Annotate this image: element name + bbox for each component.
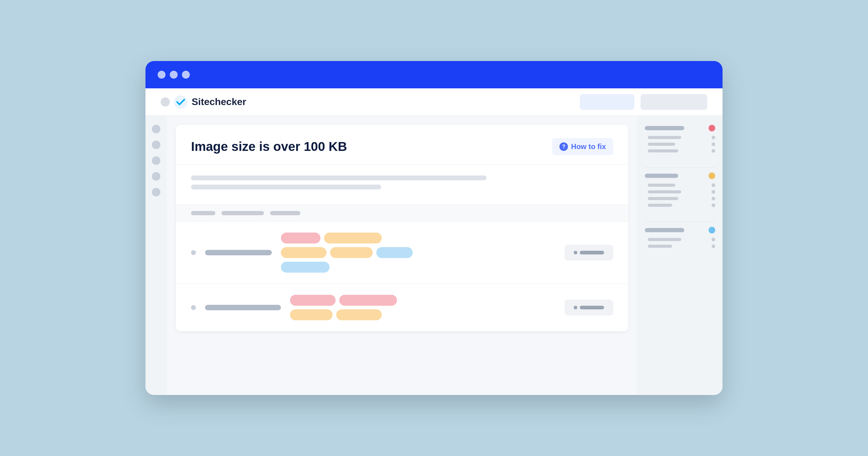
sidebar-sub-row-1-3: [648, 149, 715, 153]
sidebar-bar-s1-1: [645, 126, 684, 130]
tags-row-2b: [290, 310, 556, 320]
row-action-btn-1[interactable]: [565, 245, 613, 260]
sidebar-sub-row-2-1: [648, 183, 715, 187]
sub-dot-1-1: [712, 136, 715, 139]
sidebar-sub-row-2-4: [648, 203, 715, 207]
tag-pink-2a: [290, 295, 336, 306]
sidebar-bar-s3-1: [645, 228, 684, 232]
sidebar-sub-bar-3-2: [648, 245, 672, 248]
sidebar-bar-s2-1: [645, 174, 678, 178]
content-area: Image size is over 100 KB ? How to fix: [146, 116, 722, 395]
issue-header: Image size is over 100 KB ? How to fix: [176, 125, 628, 165]
nav-bar: Sitechecker: [146, 88, 722, 116]
action-btn-bar-1: [580, 251, 604, 254]
tag-pink-1: [281, 233, 320, 243]
sidebar-sub-bar-1-1: [648, 136, 681, 139]
row-indicator-2: [191, 305, 196, 310]
sidebar-divider-2: [645, 222, 715, 222]
th-bar-2: [221, 211, 264, 215]
sidebar-dot-3: [152, 156, 160, 165]
sidebar-dot-blue: [709, 227, 715, 233]
table-row-2: [176, 284, 628, 331]
sidebar-sub-items-2: [645, 183, 715, 207]
tag-orange-2a: [290, 310, 333, 320]
row-label-2: [205, 305, 281, 310]
tag-blue-1: [376, 247, 413, 258]
sub-dot-1-3: [712, 149, 715, 153]
main-card: Image size is over 100 KB ? How to fix: [176, 125, 628, 331]
sub-dot-2-4: [712, 203, 715, 207]
row-tags-1: [281, 233, 556, 273]
title-bar: [146, 61, 722, 88]
nav-button-1[interactable]: [580, 94, 634, 110]
sidebar-sub-bar-1-2: [648, 143, 675, 146]
tag-orange-2: [281, 247, 327, 258]
table-header: [176, 205, 628, 222]
sub-dot-1-2: [712, 142, 715, 146]
issue-title: Image size is over 100 KB: [191, 139, 347, 154]
sub-dot-2-2: [712, 190, 715, 194]
action-btn-dot-2: [574, 306, 577, 310]
sidebar-dot-1: [152, 125, 160, 133]
row-label-1: [205, 250, 272, 255]
how-to-fix-label: How to fix: [571, 142, 606, 151]
sidebar-sub-bar-2-2: [648, 190, 681, 193]
th-bar-1: [191, 211, 215, 215]
nav-circle: [161, 97, 170, 106]
sidebar-sub-bar-2-3: [648, 197, 678, 200]
logo-text: Sitechecker: [192, 96, 246, 107]
row-action-btn-2[interactable]: [565, 300, 613, 316]
sidebar-item-row-2: [645, 172, 715, 179]
sidebar-item-row-3: [645, 227, 715, 233]
nav-button-2[interactable]: [641, 94, 707, 110]
sidebar-sub-row-3-1: [648, 238, 715, 241]
window-controls: [158, 71, 190, 78]
sidebar-sub-bar-1-3: [648, 150, 678, 153]
tag-orange-2b: [336, 310, 382, 320]
table-row-1: [176, 222, 628, 284]
sidebar-sub-row-2-3: [648, 197, 715, 200]
sidebar-sub-row-1-1: [648, 136, 715, 139]
sidebar-sub-bar-2-1: [648, 184, 675, 187]
main-content: Image size is over 100 KB ? How to fix: [167, 116, 638, 395]
logo-area: Sitechecker: [161, 95, 246, 109]
sub-dot-2-3: [712, 197, 715, 200]
sidebar-section-1: [645, 125, 715, 153]
sidebar-item-row-1: [645, 125, 715, 131]
action-btn-bar-2: [580, 306, 604, 310]
tag-orange-3: [330, 247, 373, 258]
sidebar-sub-bar-2-4: [648, 204, 672, 207]
sidebar-dot-5: [152, 188, 160, 196]
tag-blue-2: [281, 262, 330, 273]
help-icon: ?: [559, 142, 568, 151]
browser-window: Sitechecker Image size is over 100 KB ?: [146, 61, 722, 395]
how-to-fix-button[interactable]: ? How to fix: [552, 138, 613, 155]
window-dot-3: [182, 71, 190, 78]
svg-point-0: [174, 95, 187, 109]
sidebar-section-2: [645, 172, 715, 207]
row-tags-2: [290, 295, 556, 320]
sidebar-sub-items-1: [645, 136, 715, 153]
tags-row-2a: [290, 295, 556, 306]
sub-dot-2-1: [712, 183, 715, 187]
window-dot-1: [158, 71, 165, 78]
action-btn-dot-1: [574, 251, 577, 254]
tags-row-1b: [281, 247, 556, 258]
left-sidebar: [146, 116, 167, 395]
sidebar-dot-red: [709, 125, 715, 131]
sub-dot-3-1: [712, 238, 715, 241]
desc-line-1: [191, 175, 487, 180]
sub-dot-3-2: [712, 245, 715, 248]
sidebar-sub-row-2-2: [648, 190, 715, 194]
sidebar-divider-1: [645, 167, 715, 168]
right-sidebar: [638, 116, 722, 395]
desc-line-2: [191, 185, 381, 190]
tag-pink-2b: [339, 295, 397, 306]
sidebar-sub-row-3-2: [648, 245, 715, 248]
th-bar-3: [270, 211, 300, 215]
sidebar-dot-orange: [709, 172, 715, 179]
description-area: [176, 165, 628, 205]
window-dot-2: [170, 71, 178, 78]
sidebar-dot-2: [152, 140, 160, 149]
row-indicator-1: [191, 250, 196, 255]
